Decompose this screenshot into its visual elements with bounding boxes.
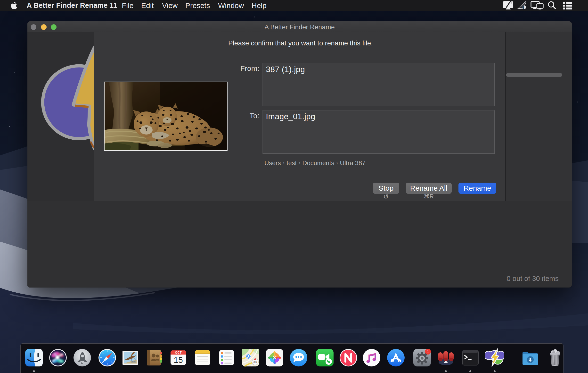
svg-text:15: 15 [174, 355, 183, 364]
svg-text:OCT: OCT [175, 351, 182, 354]
svg-text:1: 1 [427, 350, 429, 354]
svg-text:3D: 3D [253, 360, 257, 364]
